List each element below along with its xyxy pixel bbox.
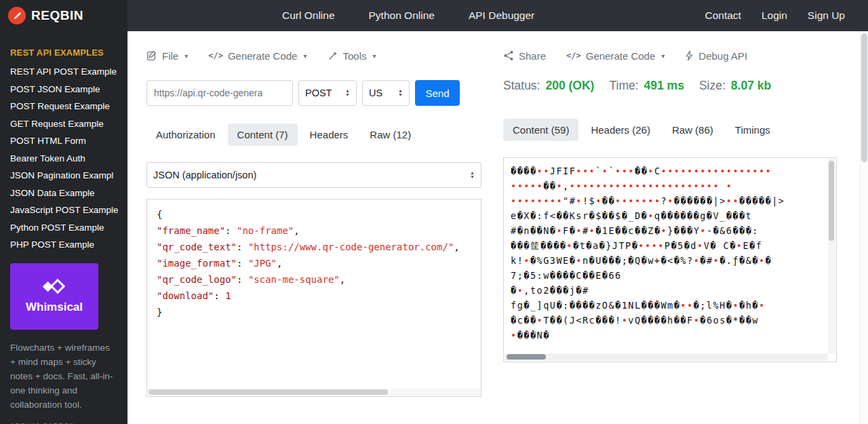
scrollbar-thumb[interactable] (149, 389, 388, 395)
debug-api-button[interactable]: Debug API (685, 50, 747, 62)
sidebar-item-json-pagination-exampl[interactable]: JSON Pagination Exampl (10, 170, 118, 180)
code-line: "download": 1 (157, 288, 481, 304)
ad-description[interactable]: Flowcharts + wireframes + mind maps + st… (10, 341, 117, 412)
navbar-center: Curl OnlinePython OnlineAPI Debugger (282, 9, 534, 22)
content-type-value: JSON (application/json) (153, 170, 256, 180)
sidebar-item-python-post-example[interactable]: Python POST Example (10, 223, 118, 233)
code-line: } (157, 304, 481, 320)
nav-item-curl-online[interactable]: Curl Online (282, 9, 335, 22)
status-label: Status: (503, 79, 540, 93)
method-select[interactable]: POST ▲▼ (298, 80, 357, 106)
sidebar-heading: REST API EXAMPLES (10, 47, 118, 58)
chevron-down-icon: ▾ (661, 52, 665, 60)
brand-name: REQBIN (31, 8, 83, 23)
method-value: POST (305, 88, 332, 98)
sidebar-item-post-request-example[interactable]: POST Request Example (10, 101, 118, 111)
tools-menu-label: Tools (343, 50, 367, 62)
scrollbar-thumb[interactable] (861, 33, 867, 162)
nav-item-login[interactable]: Login (762, 9, 787, 22)
scrollbar-thumb[interactable] (829, 161, 834, 241)
locale-select[interactable]: US ▲▼ (362, 80, 410, 106)
code-line: "frame_name": "no-frame", (157, 223, 481, 239)
response-panel: Share </> Generate Code ▾ Debug API Stat… (503, 47, 837, 424)
nav-item-python-online[interactable]: Python Online (369, 9, 435, 22)
scrollbar-thumb[interactable] (507, 354, 546, 360)
response-horizontal-scrollbar (505, 353, 828, 361)
sidebar: REST API EXAMPLES REST API POST ExampleP… (0, 31, 127, 424)
nav-item-api-debugger[interactable]: API Debugger (469, 9, 534, 22)
share-label: Share (519, 50, 546, 62)
response-line: ���筐����•�t�a�}JTP�••••P�5�d•V� C�•E�f (511, 238, 823, 253)
file-menu[interactable]: File ▾ (146, 50, 188, 62)
nav-item-sign-up[interactable]: Sign Up (808, 9, 845, 22)
reqbin-logo[interactable]: REQBIN (0, 0, 127, 31)
share-button[interactable]: Share (503, 50, 546, 62)
tab-headers-26[interactable]: Headers (26) (581, 119, 660, 141)
response-line: �c��•T��(J<Rc���!•vQ����h��F•�6os�*��w (511, 313, 823, 328)
response-toolbar: Share </> Generate Code ▾ Debug API (503, 47, 837, 64)
tab-timings[interactable]: Timings (726, 119, 780, 141)
response-line: •••••��•,••••••••••••••••••••••• • (511, 178, 823, 193)
ad-banner[interactable]: Whimsical (10, 263, 98, 330)
sidebar-item-json-data-example[interactable]: JSON Data Example (10, 188, 118, 198)
debug-bolt-icon (685, 50, 694, 61)
send-button[interactable]: Send (415, 80, 460, 106)
locale-value: US (369, 88, 382, 98)
sidebar-item-php-post-example[interactable]: PHP POST Example (10, 239, 118, 250)
tools-icon (328, 50, 338, 61)
size-value: 8.07 kb (731, 79, 771, 93)
response-line: 7;�5:w����C��E�66 (511, 268, 823, 283)
content-type-select[interactable]: JSON (application/json) ▲▼ (146, 162, 481, 188)
tab-content-7[interactable]: Content (7) (228, 123, 298, 146)
debug-api-label: Debug API (698, 50, 747, 62)
request-panel: File ▾ </> Generate Code ▾ Tools ▾ POST … (146, 47, 481, 424)
updown-arrows-icon: ▲▼ (345, 89, 350, 97)
tab-authorization[interactable]: Authorization (146, 123, 225, 146)
code-icon: </> (208, 51, 223, 60)
sidebar-item-rest-api-post-example[interactable]: REST API POST Example (10, 66, 118, 77)
sidebar-item-post-html-form[interactable]: POST HTML Form (10, 136, 118, 146)
response-line: e�X�:f<��Ksr�$��$�_D�•q������g�V_���t (511, 208, 823, 223)
time-value: 491 ms (644, 79, 684, 93)
response-tabs: Content (59)Headers (26)Raw (86)Timings (503, 119, 837, 141)
generate-code-menu[interactable]: </> Generate Code ▾ (208, 50, 307, 62)
generate-code-label: Generate Code (228, 50, 298, 62)
code-line: "image_format": "JPG", (157, 255, 481, 271)
sidebar-item-post-json-example[interactable]: POST JSON Example (10, 84, 118, 94)
tab-content-59[interactable]: Content (59) (503, 119, 578, 141)
response-line: •���N� (511, 328, 823, 343)
response-line: k!•�%G3WE�•n�U���;�Q�w+�<�%?•�#•�.ƒ�&�•� (511, 253, 823, 268)
generate-code-menu[interactable]: </> Generate Code ▾ (566, 50, 665, 62)
updown-arrows-icon: ▲▼ (398, 89, 403, 97)
file-icon (146, 50, 157, 61)
response-content-box[interactable]: ����••JFIF•••`•`•••��•C•••••••••••••••••… (503, 157, 837, 362)
response-line: #�n��N�•F�•#•�1E��c��Z�•}���Y•-�&6���: (511, 223, 823, 238)
tab-raw-12[interactable]: Raw (12) (360, 123, 420, 146)
updown-arrows-icon: ▲▼ (470, 171, 475, 179)
response-line: ����••JFIF•••`•`•••��•C••••••••••••••••• (511, 163, 823, 178)
request-toolbar: File ▾ </> Generate Code ▾ Tools ▾ (146, 47, 481, 64)
url-input[interactable] (146, 80, 293, 106)
navbar-right: ContactLoginSign Up (705, 9, 845, 22)
response-content-text: ����••JFIF•••`•`•••��•C•••••••••••••••••… (511, 163, 823, 343)
sidebar-ad: Whimsical Flowcharts + wireframes + mind… (10, 263, 118, 424)
top-navbar: REQBIN Curl OnlinePython OnlineAPI Debug… (0, 0, 868, 31)
main-content: File ▾ </> Generate Code ▾ Tools ▾ POST … (127, 31, 868, 424)
chevron-down-icon: ▾ (373, 52, 376, 60)
nav-item-contact[interactable]: Contact (705, 9, 741, 22)
tools-menu[interactable]: Tools ▾ (328, 50, 376, 62)
request-body-editor[interactable]: {"frame_name": "no-frame","qr_code_text"… (146, 199, 481, 397)
editor-horizontal-scrollbar (148, 389, 480, 396)
response-line: fg�_]qU�:����zO&�1NL���Wm�••�;l%H�•�h�• (511, 298, 823, 313)
generate-code-label: Generate Code (586, 50, 656, 62)
response-vertical-scrollbar (828, 159, 835, 353)
code-line: "qr_code_logo": "scan-me-square", (157, 271, 481, 288)
response-line: ••••••••"#•!$•��•••••••?•������|>••�����… (511, 193, 823, 208)
page-vertical-scrollbar (860, 31, 868, 424)
sidebar-item-bearer-token-auth[interactable]: Bearer Token Auth (10, 153, 118, 163)
tab-raw-86[interactable]: Raw (86) (663, 119, 723, 141)
sidebar-item-javascript-post-example[interactable]: JavaScript POST Example (10, 205, 118, 215)
request-url-row: POST ▲▼ US ▲▼ Send (146, 80, 481, 106)
tab-headers[interactable]: Headers (300, 123, 358, 146)
sidebar-item-get-request-example[interactable]: GET Request Example (10, 119, 118, 129)
